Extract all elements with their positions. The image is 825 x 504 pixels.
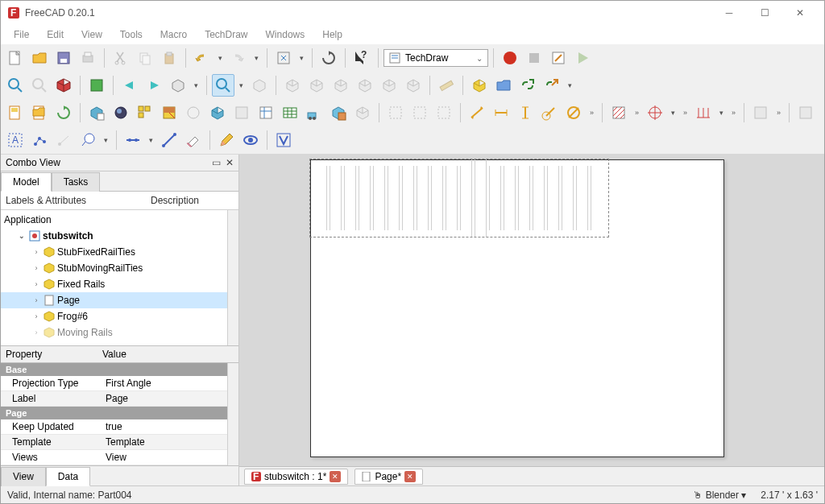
nav-style-selector[interactable]: 🖱 Blender ▾ — [693, 490, 746, 501]
center-more[interactable]: » — [680, 109, 690, 117]
decorate-button[interactable] — [794, 101, 817, 124]
page-default-button[interactable] — [4, 101, 27, 124]
isometric-button[interactable] — [52, 74, 75, 97]
hatch-button[interactable] — [607, 101, 630, 124]
export-button[interactable] — [749, 101, 772, 124]
measure-button[interactable] — [435, 74, 458, 97]
paste-button[interactable] — [158, 47, 180, 69]
drawing-canvas[interactable] — [239, 155, 824, 466]
tree-item[interactable]: › Fixed Rails — [1, 276, 227, 292]
cosmetic-vertex-button[interactable] — [122, 129, 144, 151]
refresh-button[interactable] — [272, 47, 295, 69]
dim-horizontal-button[interactable] — [490, 101, 512, 124]
visibility-button[interactable] — [239, 129, 262, 151]
eraser-button[interactable] — [182, 129, 205, 151]
expand-icon[interactable]: › — [31, 264, 41, 272]
insert-draft-button[interactable] — [230, 101, 253, 124]
weld-button[interactable] — [272, 129, 295, 151]
balloon-button[interactable] — [77, 129, 99, 151]
dim-more[interactable]: » — [587, 109, 597, 117]
menu-edit[interactable]: Edit — [39, 27, 72, 43]
link-import-button[interactable] — [541, 74, 563, 97]
menu-macro[interactable]: Macro — [152, 27, 195, 43]
new-file-button[interactable] — [4, 47, 27, 69]
insert-arch-button[interactable] — [255, 101, 277, 124]
fit-all-button[interactable] — [4, 74, 27, 97]
redo-dropdown[interactable]: ▾ — [251, 54, 262, 62]
dim-vertical-button[interactable] — [514, 101, 537, 124]
close-tab-icon[interactable]: ✕ — [330, 471, 341, 482]
move-view-button[interactable] — [303, 101, 325, 124]
extent-button[interactable] — [692, 101, 715, 124]
tab-data[interactable]: Data — [46, 467, 90, 486]
view-cube3[interactable] — [330, 74, 352, 97]
prop-value[interactable]: Template — [102, 436, 227, 448]
view-cube4[interactable] — [354, 74, 376, 97]
redraw-page-button[interactable] — [52, 101, 75, 124]
nav-right-button[interactable] — [143, 74, 165, 97]
leader-button[interactable] — [28, 129, 51, 151]
zoom-mode-button[interactable] — [212, 74, 234, 97]
close-tab-icon[interactable]: ✕ — [404, 471, 416, 482]
sync-button[interactable] — [317, 47, 340, 69]
expand-icon[interactable]: › — [31, 328, 41, 337]
cut-button[interactable] — [110, 47, 132, 69]
fit-selection-button[interactable] — [28, 74, 51, 97]
print-button[interactable] — [77, 47, 99, 69]
redo-button[interactable] — [227, 47, 250, 69]
drawing-view-frame[interactable] — [309, 159, 609, 238]
macro-play-button[interactable] — [571, 47, 594, 69]
macro-edit-button[interactable] — [547, 47, 570, 69]
save-button[interactable] — [52, 47, 75, 69]
hatch-more[interactable]: » — [632, 109, 642, 117]
minimize-button[interactable]: ─ — [711, 1, 747, 25]
annotation-button[interactable]: A — [4, 129, 27, 151]
nav-view-button[interactable] — [167, 74, 189, 97]
extent-more[interactable]: » — [728, 109, 739, 117]
tree-scrollbar[interactable] — [227, 210, 238, 345]
whatsthis-button[interactable]: ? — [350, 47, 373, 69]
dim-length-button[interactable] — [466, 101, 488, 124]
combo-close-button[interactable]: ✕ — [226, 157, 234, 168]
clip2-button[interactable] — [408, 101, 431, 124]
dim-radius-button[interactable] — [538, 101, 561, 124]
tab-model[interactable]: Model — [1, 172, 52, 192]
proj-group-button[interactable] — [134, 101, 156, 124]
pencil-button[interactable] — [215, 129, 238, 151]
link-button[interactable] — [516, 74, 539, 97]
prop-value[interactable]: true — [102, 421, 227, 432]
nav-left-button[interactable] — [118, 74, 141, 97]
copy-button[interactable] — [134, 47, 156, 69]
drawing-sheet[interactable] — [310, 159, 724, 457]
model-tree[interactable]: Application ⌄ stubswitch › StubFixedRail… — [1, 210, 227, 345]
view-cube6[interactable] — [402, 74, 425, 97]
tree-root[interactable]: Application — [1, 212, 227, 228]
group-folder-button[interactable] — [492, 74, 515, 97]
menu-view[interactable]: View — [73, 27, 110, 43]
workbench-selector[interactable]: TechDraw ⌄ — [383, 49, 488, 67]
balloon-dropdown[interactable]: ▾ — [101, 136, 111, 144]
dim-diameter-button[interactable] — [562, 101, 585, 124]
undo-dropdown[interactable]: ▾ — [215, 54, 226, 62]
tab-tasks[interactable]: Tasks — [52, 172, 101, 192]
prop-value[interactable]: View — [102, 452, 227, 463]
nav-dropdown[interactable]: ▾ — [191, 81, 201, 89]
tree-doc[interactable]: ⌄ stubswitch — [1, 228, 227, 244]
part-cube-button[interactable] — [468, 74, 491, 97]
menu-help[interactable]: Help — [314, 27, 350, 43]
menu-file[interactable]: File — [6, 27, 37, 43]
close-button[interactable]: ✕ — [782, 1, 818, 25]
tree-item[interactable]: › StubMovingRailTies — [1, 260, 227, 276]
draw-style-button[interactable] — [248, 74, 271, 97]
view-cube5[interactable] — [378, 74, 400, 97]
undo-button[interactable] — [191, 47, 214, 69]
center-button[interactable] — [644, 101, 666, 124]
zoom-dropdown[interactable]: ▾ — [236, 81, 247, 89]
insert-cube-button[interactable] — [206, 101, 229, 124]
clip-group-button[interactable] — [351, 101, 374, 124]
tree-item[interactable]: › Moving Rails — [1, 324, 227, 341]
cosmetic-line-button[interactable] — [158, 129, 180, 151]
doc-tab-model[interactable]: F stubswitch : 1* ✕ — [244, 469, 348, 485]
maximize-button[interactable]: ☐ — [747, 1, 782, 25]
menu-tools[interactable]: Tools — [112, 27, 151, 43]
